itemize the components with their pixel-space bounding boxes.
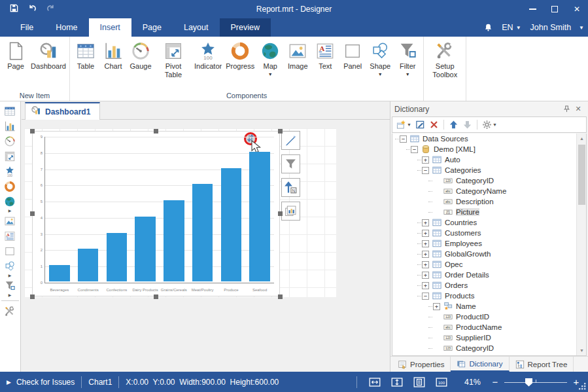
menu-tab-page[interactable]: Page xyxy=(131,18,173,37)
selection-handle[interactable] xyxy=(278,294,283,299)
move-down-button[interactable] xyxy=(461,118,474,132)
chart-tool-filter-funnel-button[interactable] xyxy=(281,154,300,173)
selection-handle[interactable] xyxy=(30,211,35,216)
expand-icon[interactable]: + xyxy=(433,303,440,310)
tree-node-categoryid[interactable]: 123CategoryID xyxy=(392,175,586,186)
fit-width-button[interactable] xyxy=(366,375,383,389)
sidebar-tool-shape[interactable] xyxy=(0,258,20,274)
menu-tab-preview[interactable]: Preview xyxy=(220,18,271,37)
resize-grip-icon[interactable] xyxy=(578,382,587,391)
scrollbar-thumb[interactable] xyxy=(578,145,585,205)
tree-node-order-details[interactable]: +Order Details xyxy=(392,270,586,280)
tree-node-productid[interactable]: 123ProductID xyxy=(392,312,586,322)
panel-tab-report-tree[interactable]: Report Tree xyxy=(510,357,574,372)
sidebar-tool-indicator[interactable]: 100 xyxy=(0,164,20,179)
zoom-out-button[interactable]: − xyxy=(490,376,500,387)
expand-icon[interactable]: + xyxy=(422,230,429,237)
selection-handle[interactable] xyxy=(278,129,283,134)
flyout-arrow-icon[interactable]: ▶ xyxy=(0,274,20,278)
move-up-button[interactable] xyxy=(447,118,460,132)
language-selector[interactable]: EN▼ xyxy=(502,23,521,32)
ribbon-item-panel[interactable]: Panel xyxy=(339,39,366,71)
scroll-down-icon[interactable]: ▼ xyxy=(577,346,587,355)
ribbon-item-map[interactable]: Map▼ xyxy=(256,39,284,77)
menu-tab-insert[interactable]: Insert xyxy=(89,18,131,37)
ribbon-item-text[interactable]: AText xyxy=(311,39,339,71)
selection-handle[interactable] xyxy=(154,129,158,134)
expand-icon[interactable]: + xyxy=(422,261,429,268)
collapse-icon[interactable]: − xyxy=(411,146,418,153)
collapse-icon[interactable]: − xyxy=(422,293,429,300)
tree-node-countries[interactable]: +Countries xyxy=(392,217,586,228)
expand-icon[interactable]: + xyxy=(422,219,429,226)
zoom-slider[interactable] xyxy=(504,378,567,387)
new-item-button[interactable]: ▼ xyxy=(395,118,413,132)
bar-produce[interactable] xyxy=(221,168,242,281)
sidebar-tool-setup-toolbox[interactable] xyxy=(0,304,20,319)
ribbon-item-dashboard[interactable]: Dashboard xyxy=(29,39,67,71)
ribbon-item-page[interactable]: Page xyxy=(2,39,29,71)
sidebar-tool-table[interactable] xyxy=(0,103,20,118)
panel-tab-dictionary[interactable]: Dictionary xyxy=(451,357,509,372)
delete-item-button[interactable] xyxy=(428,118,440,132)
sidebar-tool-image[interactable] xyxy=(0,213,20,228)
undo-button[interactable] xyxy=(24,2,41,16)
expand-icon[interactable]: + xyxy=(422,272,429,279)
tree-node-globalgrowth[interactable]: +GlobalGrowth xyxy=(392,249,586,259)
bar-grains-cereals[interactable] xyxy=(164,200,184,281)
zoom-100-button[interactable]: 100 xyxy=(433,375,450,389)
sidebar-tool-pivot-table[interactable] xyxy=(0,149,20,164)
tree-node-supplierid[interactable]: 123SupplierID xyxy=(392,332,586,343)
redo-button[interactable] xyxy=(42,2,59,16)
chart-tool-sort-ascending-button[interactable]: N xyxy=(281,178,300,197)
menu-tab-layout[interactable]: Layout xyxy=(173,18,220,37)
expand-icon[interactable]: + xyxy=(422,240,429,247)
ribbon-item-table[interactable]: Table xyxy=(72,39,99,71)
flyout-arrow-icon[interactable]: ▶ xyxy=(0,209,20,213)
settings-gear-button[interactable]: ▼ xyxy=(481,118,498,132)
tree-node-categoryid[interactable]: 123CategoryID xyxy=(392,343,586,353)
tree-node-description[interactable]: abcDescription xyxy=(392,196,586,207)
sidebar-tool-text[interactable]: A xyxy=(0,228,20,243)
menu-tab-home[interactable]: Home xyxy=(44,18,88,37)
expand-icon[interactable]: + xyxy=(422,251,429,258)
tab-dashboard1[interactable]: Dashboard1 xyxy=(25,102,100,120)
edit-item-button[interactable] xyxy=(414,118,426,132)
ribbon-item-setup-toolbox[interactable]: Setup Toolbox xyxy=(426,39,464,79)
expand-icon[interactable]: + xyxy=(422,282,429,289)
menu-tab-file[interactable]: File xyxy=(9,18,44,37)
bar-condiments[interactable] xyxy=(78,249,99,281)
selection-handle[interactable] xyxy=(154,294,158,299)
notifications-bell-icon[interactable] xyxy=(484,23,493,32)
tree-node-productname[interactable]: abcProductName xyxy=(392,322,586,332)
selection-handle[interactable] xyxy=(278,211,283,216)
bar-confections[interactable] xyxy=(107,233,128,281)
tree-node-orders[interactable]: +Orders xyxy=(392,280,586,291)
tree-scrollbar[interactable]: ▲ ▼ xyxy=(576,134,586,355)
check-for-issues-button[interactable]: Check for Issues xyxy=(16,378,75,387)
scroll-up-icon[interactable]: ▲ xyxy=(577,134,587,143)
tree-node-picture[interactable]: 101010Picture xyxy=(392,207,586,217)
sidebar-tool-gauge[interactable] xyxy=(0,134,20,149)
tree-node-opec[interactable]: +Opec xyxy=(392,259,586,270)
ribbon-item-pivot-table[interactable]: Pivot Table xyxy=(154,39,192,79)
selection-handle[interactable] xyxy=(30,129,35,134)
ribbon-item-filter[interactable]: Filter▼ xyxy=(394,39,421,77)
sidebar-tool-chart[interactable] xyxy=(0,118,20,134)
ribbon-item-progress[interactable]: Progress xyxy=(224,39,256,71)
zoom-slider-thumb[interactable] xyxy=(525,378,532,387)
tree-node-demo-xml[interactable]: −Demo [XML] xyxy=(392,144,586,154)
bar-meat-poultry[interactable] xyxy=(192,184,213,281)
bar-seafood[interactable] xyxy=(249,152,270,281)
tree-node-categoryname[interactable]: abcCategoryName xyxy=(392,186,586,196)
pin-icon[interactable] xyxy=(561,104,572,115)
sidebar-tool-filter[interactable] xyxy=(0,278,20,293)
ribbon-item-indicator[interactable]: 100Indicator xyxy=(192,39,224,71)
ribbon-item-image[interactable]: Image xyxy=(284,39,311,71)
chart-tool-chart-type-button[interactable] xyxy=(281,202,300,221)
bar-dairy-products[interactable] xyxy=(135,217,156,281)
flyout-arrow-icon[interactable]: ▶ xyxy=(0,293,20,298)
dashboard-page[interactable]: 0123456789BeveragesCondimentsConfections… xyxy=(24,128,336,297)
ribbon-item-shape[interactable]: Shape▼ xyxy=(366,39,394,77)
panel-tab-properties[interactable]: Properties xyxy=(392,357,451,372)
